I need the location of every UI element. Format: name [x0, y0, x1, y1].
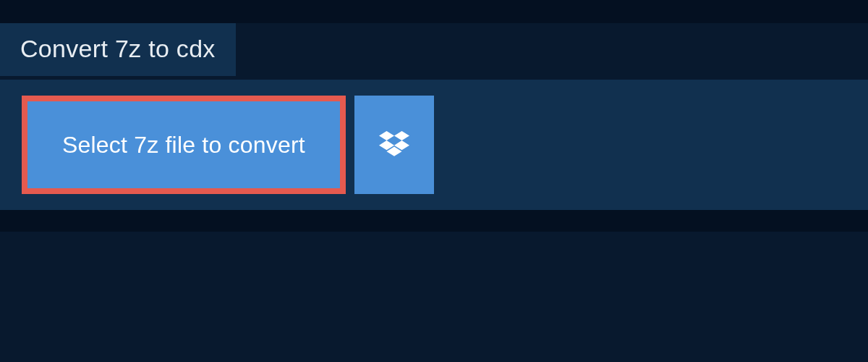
select-file-label: Select 7z file to convert: [62, 132, 305, 159]
tab-title: Convert 7z to cdx: [20, 35, 216, 62]
top-strip: [0, 0, 868, 23]
dropbox-button[interactable]: [354, 96, 434, 194]
upload-panel: Select 7z file to convert: [0, 80, 868, 210]
bottom-strip: [0, 210, 868, 232]
conversion-tab[interactable]: Convert 7z to cdx: [0, 23, 236, 76]
select-file-button[interactable]: Select 7z file to convert: [22, 96, 346, 194]
dropbox-icon: [379, 128, 409, 161]
